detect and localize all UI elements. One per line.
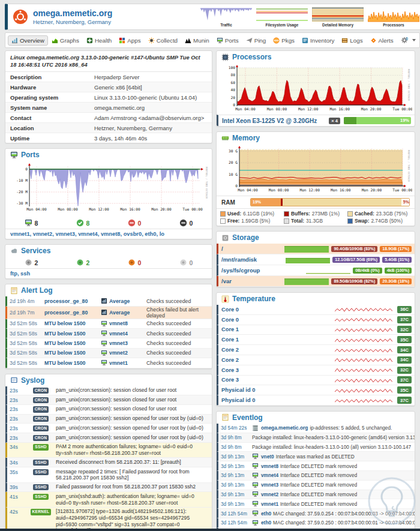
ports-graph[interactable]: 0-10 M-20 M-30 MMon 04:00Mon 08:00Mon 12… xyxy=(8,162,209,217)
alert-name[interactable]: processor_ge_80 xyxy=(44,298,101,304)
tab-collectd[interactable]: Collectd xyxy=(145,35,181,46)
syslog-row[interactable]: 23s CRON pam_unix(cron:session): session… xyxy=(5,433,212,443)
event-entity[interactable]: vmnet1 xyxy=(261,501,278,507)
eventlog-row[interactable]: 3d 9h 13m vnet0 Interface was marked as … xyxy=(217,452,415,461)
sensor-name[interactable]: Core 1 xyxy=(221,337,335,343)
sensor-name[interactable]: Physical id 0 xyxy=(221,397,335,403)
alert-entity[interactable]: vmnet4 xyxy=(109,331,128,337)
alertlog-row[interactable]: 3d 52m 58s MTU below 1500 vmnet3 Checks … xyxy=(5,338,212,348)
ports-section-title[interactable]: Ports xyxy=(5,149,212,161)
alert-entity[interactable]: vmnet3 xyxy=(109,340,128,346)
sensor-name[interactable]: Core 3 xyxy=(221,377,335,383)
syslog-row[interactable]: 41s SSHD pam_unix(sshd:auth): authentica… xyxy=(5,492,212,507)
sensor-name[interactable]: Physical id 0 xyxy=(221,387,335,393)
tab-graphs[interactable]: Graphs xyxy=(48,35,83,46)
alertlog-row[interactable]: 3d 52m 58s MTU below 1500 vmnet1 Checks … xyxy=(5,358,212,368)
device-location[interactable]: Hetzner, Nuremberg, Germany xyxy=(33,19,112,25)
alert-name[interactable]: MTU below 1500 xyxy=(44,350,101,356)
tab-logs[interactable]: Logs xyxy=(338,35,366,46)
sensor-name[interactable]: Core 3 xyxy=(221,367,335,373)
temperature-row[interactable]: Core 1 35C xyxy=(217,335,415,345)
device-hostname[interactable]: omega.memetic.org xyxy=(33,8,112,18)
temperature-row[interactable]: Core 3 32C xyxy=(217,365,415,376)
port-link[interactable]: vmnet2 xyxy=(33,231,53,237)
alert-name[interactable]: MTU below 1500 xyxy=(44,331,101,337)
event-entity[interactable]: vmnet2 xyxy=(261,491,278,497)
chevron-down-icon[interactable] xyxy=(412,39,416,41)
cpu-name[interactable]: Intel Xeon E3-1225 V2 @ 3.20GHz xyxy=(222,118,329,124)
syslog-row[interactable]: 23s CRON pam_unix(cron:session): session… xyxy=(5,415,212,424)
event-entity[interactable]: omega.memetic.org xyxy=(261,425,308,431)
temperature-row[interactable]: Core 2 34C xyxy=(217,355,415,365)
temperature-row[interactable]: Core 1 32C xyxy=(217,325,415,335)
alert-entity[interactable]: vmnet2 xyxy=(109,350,128,356)
services-section-title[interactable]: Services xyxy=(5,245,212,257)
storage-row[interactable]: /sys/fs/cgroup 0B/4kB (0%) 4kB (100%) xyxy=(217,265,415,276)
port-link[interactable]: vmnet4 xyxy=(78,231,98,237)
syslog-row[interactable]: 23s CRON pam_unix(cron:session): session… xyxy=(5,424,212,433)
alertlog-row[interactable]: 3d 52m 58s MTU below 1500 vmnet8 Checks … xyxy=(5,319,212,329)
memory-section-title[interactable]: Memory xyxy=(217,132,415,144)
event-entity[interactable]: vmnet4 xyxy=(261,472,278,478)
temperature-row[interactable]: Core 3 37C xyxy=(217,376,415,386)
sensor-name[interactable]: Core 1 xyxy=(221,326,335,332)
sensor-name[interactable]: Core 0 xyxy=(221,317,335,323)
port-link[interactable]: vmnet3 xyxy=(55,231,75,237)
event-entity[interactable]: vmnet8 xyxy=(261,463,278,469)
tab-ping[interactable]: Ping xyxy=(242,35,270,46)
alertlog-row[interactable]: 2d 19h 4m processor_ge_80 Average Checks… xyxy=(5,296,212,306)
alert-entity[interactable]: vmnet1 xyxy=(109,360,128,366)
syslog-row[interactable]: 34s SSHD PAM 2 more authentication failu… xyxy=(5,443,212,458)
tab-munin[interactable]: Munin xyxy=(181,35,213,46)
port-link[interactable]: vmnet1 xyxy=(10,231,30,237)
alert-name[interactable]: MTU below 1500 xyxy=(44,340,101,346)
minigraph-detailed-memory[interactable]: Detailed Memory xyxy=(312,7,364,27)
storage-mount-path[interactable]: /sys/fs/cgroup xyxy=(221,267,304,274)
syslog-row[interactable]: 23s CRON pam_unix(cron:session): session… xyxy=(5,386,212,396)
storage-mount-path[interactable]: /var xyxy=(221,278,282,284)
alertlog-row[interactable]: 2d 19h 7m processor_ge_80 Average Checks… xyxy=(5,307,212,319)
eventlog-section-title[interactable]: Eventlog xyxy=(217,412,415,424)
syslog-section-title[interactable]: Syslog xyxy=(5,374,212,386)
tab-alerts[interactable]: Alerts xyxy=(367,35,397,46)
event-entity[interactable]: vnet0 xyxy=(261,454,274,460)
minigraph-processors[interactable]: Processors xyxy=(368,7,419,27)
alertlog-row[interactable]: 3d 52m 58s MTU below 1500 vmnet4 Checks … xyxy=(5,329,212,338)
minigraph-traffic[interactable]: Traffic xyxy=(200,7,252,27)
alertlog-section-title[interactable]: Alert Log xyxy=(5,284,212,296)
eventlog-row[interactable]: 3d 9h 8m Package installed: linux-header… xyxy=(217,443,415,452)
alert-name[interactable]: MTU below 1500 xyxy=(44,320,101,326)
tab-pkgs[interactable]: Pkgs xyxy=(269,35,298,46)
tab-health[interactable]: Health xyxy=(83,35,115,46)
service-link[interactable]: ssh xyxy=(20,271,30,277)
eventlog-row[interactable]: 3d 9h 8m Package installed: linux-header… xyxy=(217,433,415,443)
event-entity[interactable]: eth0 xyxy=(261,520,271,526)
processors-section-title[interactable]: Processors xyxy=(217,51,415,63)
tab-inventory[interactable]: Inventory xyxy=(298,35,338,46)
event-entity[interactable]: vmnet3 xyxy=(261,482,278,488)
alert-name[interactable]: MTU below 1500 xyxy=(44,360,101,366)
memory-graph[interactable]: 010 G20 G30 GMon 04:00Mon 08:00Mon 12:00… xyxy=(219,145,412,196)
tab-ports[interactable]: Ports xyxy=(213,35,242,46)
storage-mount-path[interactable]: /mnt/ramdisk xyxy=(221,256,283,263)
port-link[interactable]: eth0 xyxy=(145,231,156,237)
temperature-row[interactable]: Core 0 36C xyxy=(217,305,415,315)
syslog-row[interactable]: 23s CRON pam_unix(cron:session): session… xyxy=(5,395,212,405)
alert-entity[interactable]: Average xyxy=(109,298,130,304)
processors-graph[interactable]: 020406080100Mon 04:00Mon 08:00Mon 12:00M… xyxy=(219,64,412,115)
syslog-row[interactable]: 34s SSHD Received disconnect from 58.218… xyxy=(5,458,212,467)
syslog-row[interactable]: 39s SSHD Failed password for root from 5… xyxy=(5,483,212,493)
alert-name[interactable]: processor_ge_80 xyxy=(44,310,101,316)
port-link[interactable]: ovsbr0 xyxy=(124,231,142,237)
syslog-row[interactable]: 42s KERNEL [312831.970872] type=1326 aud… xyxy=(5,508,212,531)
temperature-row[interactable]: Physical id 0 37C xyxy=(217,395,415,406)
port-link[interactable]: vmnet8 xyxy=(101,231,121,237)
service-link[interactable]: ftp xyxy=(10,271,17,277)
cpu-row[interactable]: Intel Xeon E3-1225 V2 @ 3.20GHz × 4 19% xyxy=(217,115,415,126)
tab-overview[interactable]: Overview xyxy=(8,35,48,46)
alert-entity[interactable]: Average xyxy=(109,310,130,316)
storage-row[interactable]: / 90.4GB/109GB (83%) 18.9GB (17%) xyxy=(217,244,415,254)
storage-row[interactable]: /var 89.5GB/109GB (82%) 20.3GB (18%) xyxy=(217,276,415,287)
tab-apps[interactable]: Apps xyxy=(115,35,144,46)
storage-section-title[interactable]: Storage xyxy=(217,232,415,244)
